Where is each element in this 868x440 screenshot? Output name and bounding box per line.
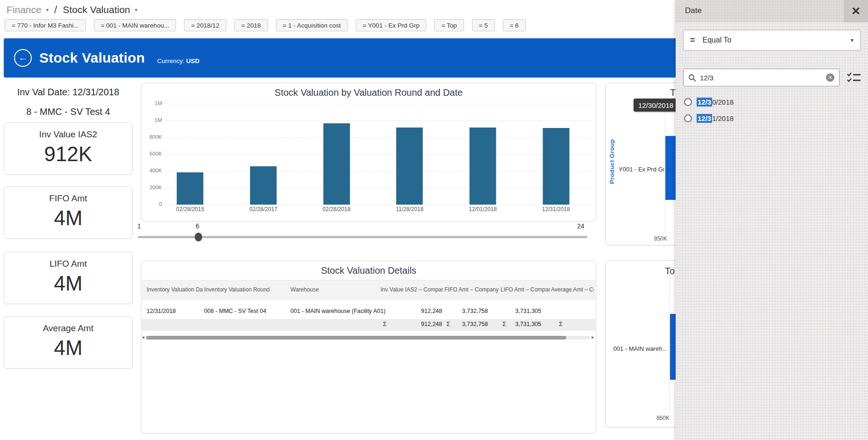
bar-11-28-2018[interactable] (396, 128, 423, 205)
bar-series (154, 104, 593, 205)
date-tooltip: 12/30/2018 (634, 99, 678, 112)
breadcrumb-section[interactable]: Finance (7, 4, 42, 15)
breadcrumb: Finance ▾ / Stock Valuation ▾ (7, 4, 137, 16)
slider-track[interactable] (138, 236, 587, 238)
inv-val-date-label: Inv Val Date: 12/31/2018 (4, 87, 133, 98)
panel-title: Date (685, 6, 702, 15)
column-header[interactable]: Inventory Valuation Date (147, 286, 203, 293)
chevron-down-icon[interactable]: ▾ (135, 7, 138, 13)
date-filter-panel: Date ✕ = Equal To ▾ ✕ 12/30/2018 12/31/2… (676, 0, 868, 440)
x-axis-tick: 850K (654, 235, 667, 242)
kpi-card-average-amt[interactable]: Average Amt 4M (4, 316, 133, 369)
summary-fifo-amt: 3,732,758 (448, 321, 488, 327)
table-row[interactable]: 12/31/2018 008 - MMC - SV Test 04 001 - … (142, 306, 595, 316)
x-axis-tick: 02/28/2015 (154, 206, 227, 213)
filter-chip-year[interactable]: = 2018 (234, 19, 268, 31)
chart-title: To (665, 266, 675, 277)
slider-handle[interactable] (195, 233, 202, 241)
option-12-31-2018[interactable]: 12/31/2018 (684, 114, 734, 122)
bar-02-28-2017[interactable] (250, 166, 277, 205)
x-axis-tick: 12/31/2018 (519, 206, 593, 213)
slider-min-label: 1 (137, 222, 141, 230)
x-axis-tick: 11/28/2018 (373, 206, 446, 213)
summary-inv-value-ias2: 912,248 (385, 321, 442, 327)
kpi-label: Average Amt (4, 323, 132, 334)
slider-value-label: 6 (196, 222, 199, 230)
page-title: Stock Valuation (39, 50, 145, 66)
valuation-round-label: 8 - MMC - SV Test 4 (4, 106, 133, 117)
sigma-icon: Σ (559, 320, 563, 327)
filter-chip-product-group[interactable]: = Y001 - Ex Prd Grp (356, 19, 427, 31)
column-header[interactable]: Inv Value IAS2 – Company (381, 286, 443, 293)
filter-chip-warehouse[interactable]: = 001 - MAIN warehou... (94, 19, 176, 31)
horizontal-scrollbar-thumb[interactable] (146, 336, 566, 340)
x-axis-tick: 02/28/2017 (227, 206, 300, 213)
kpi-value: 4M (4, 272, 132, 295)
kpi-card-lifo-amt[interactable]: LIFO Amt 4M (4, 252, 133, 304)
chart-title: T (670, 87, 676, 98)
column-header[interactable]: Average Amt – Co (551, 286, 594, 293)
cell-inventory-valuation-date: 12/31/2018 (147, 308, 203, 314)
bar-12-31-2018[interactable] (543, 128, 569, 205)
date-search-box[interactable]: ✕ (683, 69, 840, 86)
column-header[interactable]: LIFO Amt – Company (501, 286, 550, 293)
cell-lifo-amt: 3,731,305 (501, 308, 541, 314)
search-icon (688, 74, 696, 82)
bar-02-28-2015[interactable] (177, 172, 204, 205)
kpi-label: LIFO Amt (4, 259, 132, 269)
operator-dropdown[interactable]: = Equal To ▾ (683, 30, 861, 50)
filter-chip-top[interactable]: = Top (434, 19, 464, 31)
filter-chip-valuation-method[interactable]: = 1 - Acquisition cost (276, 19, 348, 31)
currency-value: USD (186, 57, 200, 64)
x-axis-tick: 850K (656, 415, 670, 421)
equals-icon: = (690, 35, 695, 45)
radio-icon[interactable] (684, 114, 692, 122)
stock-valuation-details-table: Stock Valuation Details Inventory Valuat… (141, 261, 596, 433)
scroll-right-icon[interactable]: ▸ (592, 334, 594, 340)
table-summary-row: Σ 912,248 Σ 3,732,758 Σ 3,731,305 Σ (142, 319, 595, 331)
gridline (165, 205, 592, 205)
x-axis-tick: 02/28/2018 (300, 206, 373, 213)
kpi-label: FIFO Amt (4, 193, 132, 204)
checklist-icon[interactable] (847, 71, 861, 84)
search-match-highlight: 12/3 (697, 114, 712, 123)
kpi-card-inv-value-ias2[interactable]: Inv Value IAS2 912K (4, 122, 133, 175)
slider-max-label: 24 (577, 222, 585, 230)
kpi-value: 4M (4, 336, 132, 360)
radio-icon[interactable] (684, 98, 692, 106)
filter-chip-5[interactable]: = 5 (472, 19, 495, 31)
scroll-left-icon[interactable]: ◂ (142, 334, 144, 340)
back-button[interactable]: ← (14, 49, 32, 67)
chart-title: Stock Valuation by Valuation Round and D… (141, 83, 596, 98)
cell-inv-value-ias2: 912,248 (385, 308, 442, 314)
breadcrumb-page[interactable]: Stock Valuation (63, 4, 130, 15)
bar-02-28-2018[interactable] (323, 123, 350, 205)
column-header[interactable]: Warehouse (290, 286, 379, 293)
column-header[interactable]: Inventory Valuation Round (204, 286, 289, 293)
stock-valuation-bar-chart: Stock Valuation by Valuation Round and D… (141, 83, 596, 221)
cell-fifo-amt: 3,732,758 (448, 308, 488, 314)
search-input[interactable] (700, 74, 826, 82)
filter-chip-company[interactable]: = 770 - Infor M3 Fashi... (5, 19, 86, 31)
column-header[interactable]: FIFO Amt – Company (445, 286, 500, 293)
filter-chip-6[interactable]: = 6 (503, 19, 526, 31)
x-axis-tick: 12/01/2018 (446, 206, 520, 213)
summary-lifo-amt: 3,731,305 (501, 321, 541, 327)
kpi-label: Inv Value IAS2 (4, 129, 132, 140)
operator-label: Equal To (703, 36, 732, 44)
bar-12-01-2018[interactable] (470, 128, 496, 205)
option-12-30-2018[interactable]: 12/30/2018 (684, 98, 734, 106)
kpi-card-fifo-amt[interactable]: FIFO Amt 4M (4, 186, 133, 239)
chevron-down-icon[interactable]: ▾ (46, 7, 49, 13)
page-header-banner: ← Stock Valuation Currency: USD (4, 38, 677, 78)
clear-search-button[interactable]: ✕ (826, 73, 834, 82)
left-arrow-icon: ← (19, 53, 28, 63)
chevron-down-icon: ▾ (851, 37, 854, 43)
table-header-row: Inventory Valuation Date Inventory Valua… (142, 280, 595, 299)
close-button[interactable]: ✕ (844, 0, 868, 22)
currency-indicator: Currency: USD (157, 57, 199, 64)
search-match-highlight: 12/3 (697, 98, 712, 106)
filter-chip-row: = 770 - Infor M3 Fashi... = 001 - MAIN w… (5, 19, 526, 31)
filter-chip-period[interactable]: = 2018/12 (184, 19, 226, 31)
cell-warehouse: 001 - MAIN warehouse (Facility A01) (290, 308, 380, 314)
